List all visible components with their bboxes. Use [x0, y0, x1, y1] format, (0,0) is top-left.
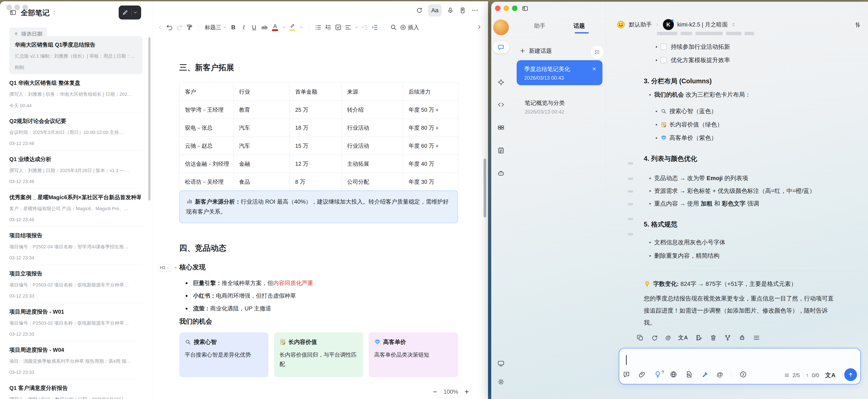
- table-cell[interactable]: 公司分配: [342, 173, 403, 191]
- table-cell[interactable]: 年度 40 万: [403, 155, 458, 173]
- collapse-sidebar-icon[interactable]: [9, 9, 17, 16]
- table-cell[interactable]: 教育: [234, 101, 290, 119]
- undo-icon[interactable]: [166, 24, 173, 31]
- todo-item[interactable]: 持续参加行业活动拓新: [656, 41, 730, 52]
- mention-icon[interactable]: @: [717, 371, 723, 378]
- more-icon[interactable]: [471, 7, 478, 14]
- note-list-item[interactable]: 优秀案例 _ 星曜Magic6系列×某社区平台新品首发种草客户：星曜终端有限公司…: [9, 189, 143, 227]
- new-note-button[interactable]: [119, 5, 141, 20]
- table-cell[interactable]: 8 万: [290, 173, 342, 191]
- sidebar-item-screen[interactable]: [497, 360, 505, 367]
- send-button[interactable]: [844, 368, 857, 381]
- model-selector[interactable]: kimi-k2.5 | 月之暗面: [677, 21, 728, 28]
- numbered-list-icon[interactable]: [324, 24, 332, 31]
- alignment-icon[interactable]: [345, 24, 352, 31]
- expand-icon[interactable]: [739, 371, 747, 378]
- batch-manage-button[interactable]: [590, 45, 604, 59]
- translate-icon[interactable]: 文A: [678, 334, 688, 341]
- sidebar-item-apps[interactable]: [497, 124, 505, 131]
- collapse-caret-icon[interactable]: [174, 266, 177, 270]
- file-search-icon[interactable]: [685, 371, 693, 378]
- settings-icon[interactable]: [497, 378, 505, 386]
- note-list-item[interactable]: 项目结项报告项目编号：P2502-04 项目名称：智学湾AI课春季招生推…03-…: [9, 227, 143, 265]
- note-list-item[interactable]: 项目周进度报告 - W01项目编号：P2503-02 项目名称：驭电新能源车平台…: [9, 303, 143, 341]
- save-note-icon[interactable]: [695, 334, 703, 341]
- table-cell[interactable]: 行业活动: [342, 119, 403, 137]
- note-list-item[interactable]: 项目周进度报告 - W04项目：润颜堂换季敏感系列平台种草 报告周期：第4周 报…: [9, 341, 143, 379]
- new-topic-button[interactable]: 新建话题: [520, 47, 552, 55]
- toolbar-expand-icon[interactable]: [476, 24, 482, 30]
- window-zoom-button[interactable]: [512, 5, 518, 11]
- outline-marker[interactable]: [628, 162, 633, 165]
- window-minimize-button[interactable]: [503, 5, 509, 11]
- microphone-icon[interactable]: [447, 7, 454, 14]
- debug-icon[interactable]: [739, 334, 746, 341]
- note-list-item[interactable]: 华南大区销售组 Q1季度总结报告汇总版 v2.1 编制：刘雅雅（组长）| 审核：…: [9, 36, 143, 74]
- outline-marker[interactable]: [628, 233, 633, 236]
- note-info-icon[interactable]: [459, 7, 466, 14]
- attachment-icon[interactable]: [638, 371, 646, 378]
- italic-button[interactable]: I: [240, 24, 248, 31]
- tab-assistant[interactable]: 助手: [534, 22, 546, 30]
- note-list-item[interactable]: 项目立项报告项目编号：P2503-02 项目名称：驭电新能源车平台种草…03-1…: [9, 265, 143, 303]
- table-cell[interactable]: 25 万: [290, 101, 342, 119]
- editor-scrollbar[interactable]: [484, 158, 486, 217]
- underline-button[interactable]: U: [250, 24, 258, 31]
- sidebar-item-discover[interactable]: [497, 79, 505, 86]
- chevron-down-icon[interactable]: [354, 25, 358, 29]
- translate-icon[interactable]: 文A: [825, 371, 836, 379]
- table-cell[interactable]: 主动拓展: [342, 155, 403, 173]
- table-cell[interactable]: 食品: [234, 173, 290, 191]
- copy-icon[interactable]: [637, 334, 644, 341]
- search-icon[interactable]: [390, 24, 397, 31]
- outline-marker[interactable]: [628, 178, 633, 180]
- mention-icon[interactable]: @: [665, 334, 671, 341]
- collapse-sidebar-icon[interactable]: [522, 5, 528, 12]
- insert-button[interactable]: 插入: [400, 24, 419, 31]
- note-list-item[interactable]: Q1 华南大区销售组 整体复盘撰写人：刘雅雅 | 职务：华南大区销售组组长 | …: [9, 74, 143, 112]
- table-cell[interactable]: 行业活动: [342, 137, 403, 155]
- note-list-item[interactable]: Q1 业绩达成分析撰写人：刘雅雅 | 日期：2025年3月28日 | 版本：v1…: [9, 150, 143, 189]
- table-cell[interactable]: 年度 30 万: [403, 173, 458, 191]
- sidebar-item-notes[interactable]: [497, 147, 505, 154]
- topic-list-item[interactable]: 笔记概览与分类2026/03/13 00:42: [517, 94, 602, 117]
- outline-icon[interactable]: [784, 372, 789, 378]
- note-list-item[interactable]: Q1 客户满意度分析报告撰写人：周明 | 职位：数据分析 | 日期：2025年3…: [9, 379, 143, 399]
- notes-scrollbar[interactable]: [148, 37, 151, 201]
- sidebar-item-code[interactable]: [497, 101, 505, 109]
- new-chat-icon[interactable]: [623, 371, 630, 378]
- table-cell[interactable]: 转介绍: [342, 101, 403, 119]
- heading-select[interactable]: 标题三: [205, 24, 227, 31]
- thinking-mode-icon[interactable]: ?: [654, 371, 661, 378]
- table-cell[interactable]: 松语坊－吴经理: [180, 173, 234, 191]
- table-cell[interactable]: 12 万: [290, 155, 342, 173]
- table-cell[interactable]: 18 万: [290, 119, 342, 137]
- text-style-button[interactable]: Aa: [428, 4, 442, 17]
- checkbox[interactable]: [660, 57, 667, 63]
- avatar[interactable]: [493, 20, 509, 35]
- toolbar-back-icon[interactable]: [157, 24, 163, 30]
- format-painter-icon[interactable]: [186, 24, 193, 31]
- bold-button[interactable]: B: [229, 24, 237, 31]
- tools-icon[interactable]: [701, 371, 709, 378]
- chat-settings-icon[interactable]: [854, 21, 861, 28]
- sidebar-item-chat[interactable]: [493, 41, 509, 53]
- chevron-down-icon[interactable]: [299, 25, 303, 29]
- close-icon[interactable]: [591, 66, 597, 72]
- table-cell[interactable]: 年度 60 万＋: [403, 137, 458, 155]
- menu-icon[interactable]: [753, 334, 760, 341]
- opportunity-card[interactable]: 高客单价高客单价品类决策链短: [369, 332, 458, 377]
- chevron-down-icon[interactable]: [282, 25, 286, 29]
- font-color-button[interactable]: A: [271, 23, 279, 32]
- outdent-icon[interactable]: [361, 24, 368, 31]
- todo-item[interactable]: 优化方案模板提升效率: [656, 55, 730, 65]
- checkbox[interactable]: [660, 44, 667, 50]
- redo-icon[interactable]: [176, 24, 183, 31]
- table-cell[interactable]: 智学湾－王经理: [180, 101, 234, 119]
- assistant-name[interactable]: 默认助手: [629, 21, 652, 28]
- heading-level-badge[interactable]: H3: [158, 264, 172, 271]
- opportunity-card[interactable]: 长内容价值长内容价值回归，与平台调性匹配: [274, 332, 363, 377]
- table-cell[interactable]: 云驰－赵总: [180, 137, 234, 155]
- bullet-list-icon[interactable]: [315, 24, 322, 31]
- strikethrough-button[interactable]: ab: [261, 24, 268, 31]
